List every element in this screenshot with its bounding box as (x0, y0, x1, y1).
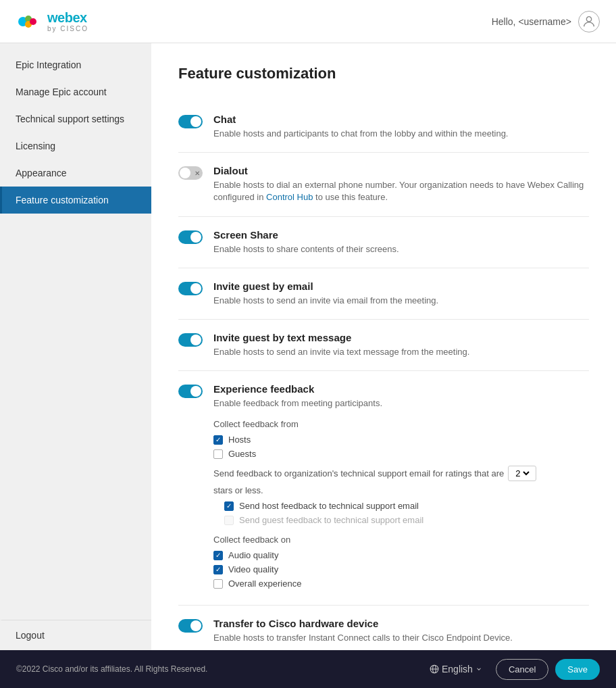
feature-info-chat: Chat Enable hosts and participants to ch… (213, 114, 589, 140)
copyright-text: ©2022 Cisco and/or its affiliates. All R… (16, 664, 207, 674)
toggle-col-transfer-cisco (178, 618, 203, 633)
toggle-col-chat (178, 114, 203, 128)
checkbox-host-feedback[interactable] (224, 501, 234, 511)
globe-icon (430, 664, 439, 674)
toggle-invite-text[interactable] (178, 333, 203, 347)
toggle-col-invite-text (178, 332, 203, 347)
checkbox-row-guests: Guests (213, 449, 589, 459)
feature-row-screen-share: Screen Share Enable hosts to share conte… (178, 217, 589, 268)
feature-desc-chat: Enable hosts and participants to chat fr… (213, 128, 589, 140)
feature-desc-experience-feedback: Enable feedback from meeting participant… (213, 397, 589, 410)
checkbox-hosts-label: Hosts (228, 435, 251, 445)
checkbox-audio-quality-label: Audio quality (228, 550, 278, 560)
feature-title-dialout: Dialout (213, 165, 589, 176)
feature-desc-dialout: Enable hosts to dial an external phone n… (213, 179, 589, 203)
checkbox-overall-experience-label: Overall experience (228, 579, 301, 589)
chevron-down-icon (476, 666, 482, 672)
language-label: English (442, 664, 473, 674)
toggle-experience-feedback[interactable] (178, 385, 203, 398)
toggle-knob-invite-text (190, 335, 201, 345)
feature-info-transfer-cisco: Transfer to Cisco hardware device Enable… (213, 618, 589, 644)
toggle-x-knob-dialout (180, 168, 190, 178)
checkbox-row-overall-experience: Overall experience (213, 579, 589, 589)
feature-info-invite-email: Invite guest by email Enable hosts to se… (213, 280, 589, 307)
stars-row: Send feedback to organization's technica… (213, 466, 589, 495)
main-content: Feature customization Chat Enable hosts … (151, 43, 616, 688)
user-avatar-icon[interactable] (578, 11, 600, 32)
toggle-knob-invite-email (190, 283, 201, 294)
sidebar-item-technical-support-settings[interactable]: Technical support settings (0, 105, 151, 132)
feature-desc-transfer-cisco: Enable hosts to transfer Instant Connect… (213, 632, 589, 644)
checkbox-video-quality[interactable] (213, 565, 223, 574)
sidebar-logout[interactable]: Logout (0, 620, 151, 650)
toggle-transfer-cisco[interactable] (178, 619, 203, 633)
sidebar-item-epic-integration[interactable]: Epic Integration (0, 51, 151, 78)
toggle-col-invite-email (178, 280, 203, 295)
feature-desc-screen-share: Enable hosts to share contents of their … (213, 243, 589, 255)
user-area: Hello, <username> (492, 11, 600, 32)
webex-logo: webex by CISCO (16, 10, 88, 32)
feature-title-experience-feedback: Experience feedback (213, 383, 589, 395)
toggle-knob-screen-share (190, 232, 201, 243)
feature-row-invite-email: Invite guest by email Enable hosts to se… (178, 268, 589, 320)
sidebar-item-appearance[interactable]: Appearance (0, 159, 151, 187)
feature-info-dialout: Dialout Enable hosts to dial an external… (213, 165, 589, 203)
checkbox-row-hosts: Hosts (213, 435, 589, 445)
feature-title-invite-text: Invite guest by text message (213, 332, 589, 343)
checkbox-row-audio-quality: Audio quality (213, 550, 589, 560)
checkbox-guests-label: Guests (228, 449, 256, 459)
feature-title-invite-email: Invite guest by email (213, 280, 589, 292)
checkbox-row-video-quality: Video quality (213, 564, 589, 574)
toggle-screen-share[interactable] (178, 230, 203, 244)
svg-point-3 (30, 18, 36, 25)
greeting-text: Hello, <username> (492, 16, 571, 27)
checkbox-row-host-feedback: Send host feedback to technical support … (224, 501, 589, 511)
stars-dropdown[interactable]: 1 2 3 4 5 (513, 468, 532, 479)
page-title: Feature customization (178, 65, 589, 82)
checkbox-guests[interactable] (213, 449, 223, 459)
checkbox-audio-quality[interactable] (213, 551, 223, 560)
toggle-knob-chat (190, 116, 201, 127)
toggle-col-experience-feedback (178, 383, 203, 398)
save-button[interactable]: Save (555, 659, 600, 680)
sidebar-item-licensing[interactable]: Licensing (0, 132, 151, 159)
toggle-col-dialout (178, 165, 203, 180)
footer-actions: Cancel Save (496, 659, 600, 680)
stars-select[interactable]: 1 2 3 4 5 (508, 466, 536, 481)
feature-info-invite-text: Invite guest by text message Enable host… (213, 332, 589, 358)
cancel-button[interactable]: Cancel (496, 659, 548, 680)
sidebar-item-feature-customization[interactable]: Feature customization (0, 187, 151, 214)
language-selector[interactable]: English (430, 664, 482, 674)
collect-on-label: Collect feedback on (213, 535, 589, 545)
feature-desc-invite-email: Enable hosts to send an invite via email… (213, 295, 589, 307)
feature-info-experience-feedback: Experience feedback Enable feedback from… (213, 383, 589, 593)
svg-point-4 (586, 16, 591, 21)
collect-from-label: Collect feedback from (213, 419, 589, 429)
checkbox-overall-experience[interactable] (213, 579, 223, 589)
toggle-dialout[interactable] (178, 166, 203, 180)
control-hub-link[interactable]: Control Hub (266, 192, 313, 202)
checkbox-guest-feedback (224, 516, 234, 525)
toggle-knob-transfer-cisco (190, 620, 201, 631)
feature-row-experience-feedback: Experience feedback Enable feedback from… (178, 371, 589, 606)
feature-row-dialout: Dialout Enable hosts to dial an external… (178, 153, 589, 216)
toggle-col-screen-share (178, 229, 203, 244)
top-header: webex by CISCO Hello, <username> (0, 0, 616, 43)
feature-row-chat: Chat Enable hosts and participants to ch… (178, 101, 589, 153)
stars-text-before: Send feedback to organization's technica… (213, 468, 504, 478)
stars-text-after: stars or less. (213, 485, 263, 495)
toggle-knob-experience-feedback (190, 386, 201, 397)
feature-row-invite-text: Invite guest by text message Enable host… (178, 320, 589, 371)
feature-title-transfer-cisco: Transfer to Cisco hardware device (213, 618, 589, 629)
checkbox-host-feedback-label: Send host feedback to technical support … (239, 501, 419, 511)
checkbox-row-guest-feedback: Send guest feedback to technical support… (224, 515, 589, 525)
feature-desc-invite-text: Enable hosts to send an invite via text … (213, 346, 589, 358)
bottom-bar: ©2022 Cisco and/or its affiliates. All R… (0, 650, 616, 688)
feature-title-screen-share: Screen Share (213, 229, 589, 241)
checkbox-guest-feedback-label: Send guest feedback to technical support… (239, 515, 424, 525)
sidebar-item-manage-epic-account[interactable]: Manage Epic account (0, 78, 151, 105)
checkbox-hosts[interactable] (213, 435, 223, 445)
feature-info-screen-share: Screen Share Enable hosts to share conte… (213, 229, 589, 255)
toggle-invite-email[interactable] (178, 282, 203, 295)
toggle-chat[interactable] (178, 115, 203, 128)
